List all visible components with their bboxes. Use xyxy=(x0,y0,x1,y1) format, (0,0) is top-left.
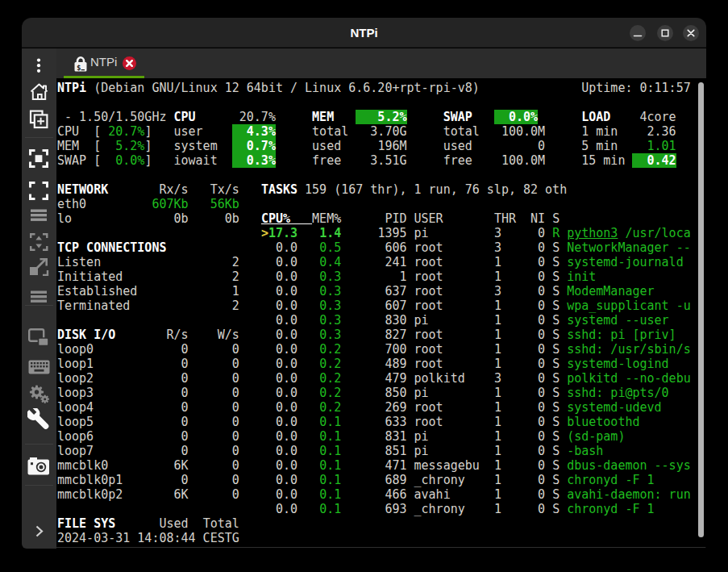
kebab-icon xyxy=(36,57,41,73)
gears-icon xyxy=(28,384,50,404)
tab-label: NTPi xyxy=(90,48,117,76)
titlebar[interactable]: NTPi xyxy=(22,18,706,48)
terminal-row: CPU [ 20.7%] user 4.3% total 3.70G total… xyxy=(57,124,691,139)
terminal-row: TCP CONNECTIONS 0.0 0.5 606 root 3 0 S N… xyxy=(57,240,691,255)
tools-button[interactable] xyxy=(27,408,51,435)
terminal-row: eth0 607Kb 56Kb xyxy=(57,197,691,211)
toggle-fullscreen-button[interactable] xyxy=(29,182,49,204)
maximize-button[interactable] xyxy=(657,25,673,41)
terminal-row: SWAP [ 0.0%] iowait 0.3% free 3.51G free… xyxy=(57,153,691,168)
terminal-row: Listen 2 0.0 0.4 241 root 1 0 S systemd-… xyxy=(57,255,691,269)
terminal-text: NTPi (Debian GNU/Linux 12 64bit / Linux … xyxy=(57,81,691,545)
duplicate-connection-button[interactable] xyxy=(29,110,49,132)
terminal-row: loop3 0 0 0.0 0.2 850 pi 1 0 S sshd: pi@… xyxy=(57,386,691,400)
scaled-mode-icon xyxy=(29,257,49,276)
open-main-window-button[interactable] xyxy=(29,82,49,105)
tab-close-icon xyxy=(123,56,136,70)
terminal-row: - 1.50/1.50GHz CPU 20.7% MEM 5.2% SWAP 0… xyxy=(57,110,691,124)
terminal-row: Initiated 2 0.0 0.3 1 root 1 0 S init xyxy=(57,269,691,284)
terminal-row: >17.3 1.4 1395 pi 3 0 R python3 /usr/loc… xyxy=(57,226,691,240)
terminal-row: loop0 0 0 0.0 0.2 700 root 1 0 S sshd: /… xyxy=(57,342,691,357)
home-icon xyxy=(29,82,49,102)
terminal-row xyxy=(57,95,691,110)
preferences-button[interactable] xyxy=(28,384,50,407)
toolbar-separator xyxy=(25,305,53,306)
scrollbar-thumb[interactable] xyxy=(698,82,704,537)
terminal-row: Established 1 0.0 0.3 637 root 3 0 S Mod… xyxy=(57,284,691,299)
terminal-row: loop7 0 0 0.0 0.1 851 pi 1 0 S -bash xyxy=(57,444,691,458)
duplicate-icon xyxy=(29,110,49,129)
terminal-row: 0.0 0.3 830 pi 1 0 S systemd --user xyxy=(57,313,691,328)
ssh-lock-icon: $ xyxy=(74,56,87,72)
terminal-row: MEM [ 5.2%] system 0.7% used 196M used 0… xyxy=(57,139,691,153)
grab-keyboard-button[interactable] xyxy=(28,360,50,378)
toggle-scaled-mode-button[interactable] xyxy=(29,257,49,279)
wrench-icon xyxy=(27,408,51,432)
terminal-row: 2024-03-31 14:08:44 CESTG xyxy=(57,531,691,545)
fullscreen-icon xyxy=(29,182,49,201)
toolbar-separator xyxy=(25,444,53,445)
collapse-toolbar-button[interactable] xyxy=(35,524,44,541)
close-icon xyxy=(683,25,699,41)
multi-monitor-button[interactable] xyxy=(28,328,50,353)
terminal-row: mmcblk0p2 6K 0 0.0 0.1 466 avahi 1 0 S a… xyxy=(57,487,691,502)
dynamic-res-icon xyxy=(30,233,48,251)
terminal-row: DISK I/O R/s W/s 0.0 0.3 827 root 1 0 S … xyxy=(57,328,691,342)
svg-text:$: $ xyxy=(77,64,81,72)
tab-strip: $ NTPi xyxy=(56,48,706,78)
keyboard-icon xyxy=(28,360,50,374)
terminal-row xyxy=(57,168,691,182)
minimize-icon xyxy=(630,25,646,41)
maximize-icon xyxy=(657,25,673,41)
window-bottom-border xyxy=(56,547,706,548)
terminal-row: NTPi (Debian GNU/Linux 12 64bit / Linux … xyxy=(57,81,691,95)
terminal-row: loop1 0 0 0.0 0.2 489 root 1 0 S systemd… xyxy=(57,357,691,371)
toolbar-separator xyxy=(25,137,53,138)
terminal-row: loop5 0 0 0.0 0.1 633 root 1 0 S bluetoo… xyxy=(57,415,691,429)
resize-fit-window-button[interactable] xyxy=(29,149,49,172)
terminal-row: NETWORK Rx/s Tx/s TASKS 159 (167 thr), 1… xyxy=(57,182,691,197)
desktop: NTPi xyxy=(0,0,728,572)
terminal-row: lo 0b 0b CPU% MEM% PID USER THR NI S xyxy=(57,211,691,226)
tab-ntpi[interactable]: $ NTPi xyxy=(64,48,144,78)
terminal-row: 0.0 0.1 693 _chrony 1 0 S chronyd -F 1 xyxy=(57,502,691,516)
close-button[interactable] xyxy=(683,25,699,41)
window-title: NTPi xyxy=(22,18,706,48)
tab-close-button[interactable] xyxy=(123,56,136,70)
screenshot-button[interactable] xyxy=(27,456,50,479)
tab-pages-icon xyxy=(30,209,48,222)
terminal-row: FILE SYS Used Total xyxy=(57,516,691,531)
remmina-toolbar xyxy=(22,48,56,549)
terminal-row: mmcblk0 6K 0 0.0 0.1 471 messagebu 1 0 S… xyxy=(57,458,691,473)
camera-icon xyxy=(27,456,50,476)
terminal-row: loop6 0 0 0.0 0.1 831 pi 1 0 S (sd-pam) xyxy=(57,429,691,444)
terminal-row: loop2 0 0 0.0 0.2 479 polkitd 3 0 S polk… xyxy=(57,371,691,386)
toolbar-separator xyxy=(25,485,53,486)
terminal-row: mmcblk0p1 0 0 0.0 0.1 689 _chrony 1 0 S … xyxy=(57,473,691,487)
lines-icon xyxy=(30,290,48,303)
chevron-right-icon xyxy=(35,524,44,538)
remmina-window: NTPi xyxy=(22,18,706,549)
terminal-row: Terminated 2 0.0 0.3 607 root 1 0 S wpa_… xyxy=(57,299,691,313)
switch-tab-pages-button[interactable] xyxy=(30,209,48,225)
menu-kebab-button[interactable] xyxy=(36,57,41,77)
terminal-row: loop4 0 0 0.0 0.2 269 root 1 0 S systemd… xyxy=(57,400,691,415)
scaled-mode-options-button[interactable] xyxy=(30,290,48,307)
minimize-button[interactable] xyxy=(630,25,646,41)
terminal[interactable]: NTPi (Debian GNU/Linux 12 64bit / Linux … xyxy=(56,78,706,548)
fit-window-icon xyxy=(29,149,49,169)
dynamic-resolution-button[interactable] xyxy=(30,233,48,254)
multi-monitor-icon xyxy=(28,328,50,350)
